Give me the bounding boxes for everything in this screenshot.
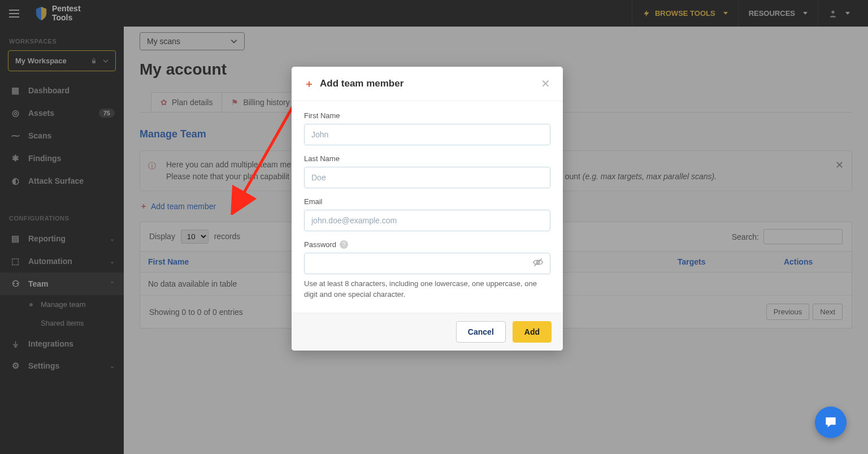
password-label: Password: [304, 240, 336, 249]
email-label: Email: [304, 197, 550, 206]
first-name-input[interactable]: [304, 124, 550, 145]
cancel-button[interactable]: Cancel: [456, 321, 506, 343]
svg-line-4: [534, 258, 541, 266]
eye-off-icon[interactable]: [532, 257, 544, 270]
email-input[interactable]: [304, 210, 550, 231]
chat-fab[interactable]: [815, 407, 847, 438]
last-name-input[interactable]: [304, 167, 550, 188]
modal-title: Add team member: [320, 78, 403, 89]
password-hint: Use at least 8 characters, including one…: [304, 279, 550, 300]
password-input[interactable]: [304, 253, 550, 274]
add-team-member-modal: ＋ Add team member ✕ First Name Last Name…: [292, 67, 563, 351]
help-icon[interactable]: ?: [340, 240, 348, 249]
last-name-label: Last Name: [304, 154, 550, 163]
add-button[interactable]: Add: [513, 321, 552, 343]
chat-icon: [823, 415, 838, 430]
plus-icon: ＋: [304, 77, 314, 90]
first-name-label: First Name: [304, 111, 550, 120]
close-icon[interactable]: ✕: [541, 77, 550, 90]
